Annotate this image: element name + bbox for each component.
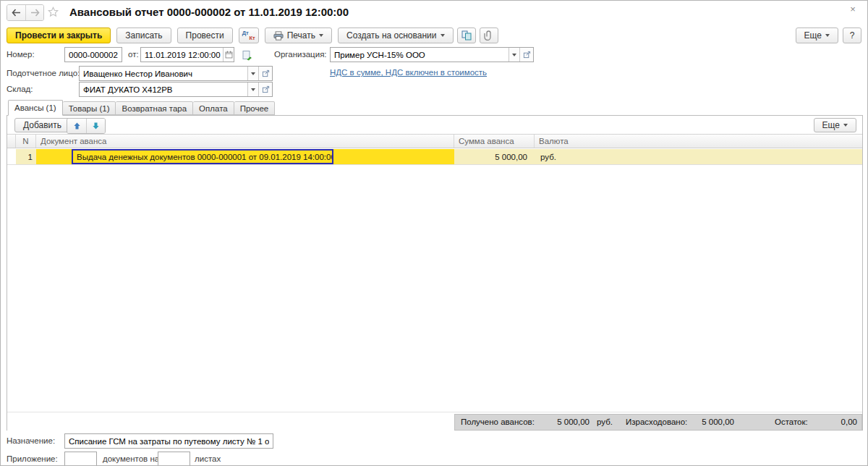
chevron-down-icon [512,54,516,56]
organization-input[interactable]: Пример УСН-15% ООО [330,47,534,62]
chevron-down-icon [843,124,848,127]
dt-kt-postings-button[interactable]: Дт Кт [239,27,259,43]
cell-advance-amount[interactable]: 5 000,00 [454,149,535,164]
close-icon[interactable]: × [847,4,859,14]
advance-report-window: Авансовый отчет 0000-000002 от 11.01.201… [0,0,868,466]
totals-strip: Получено авансов: 5 000,00 руб. Израсход… [7,412,862,431]
tab-goods[interactable]: Товары (1) [63,101,116,115]
save-button[interactable]: Записать [116,27,171,43]
open-link-icon [262,85,270,93]
person-open-button[interactable] [258,67,272,80]
document-green-arrow-icon [242,50,252,61]
table-row[interactable]: 1 Выдача денежных документов 0000-000001… [7,149,862,164]
move-row-down-button[interactable] [86,119,105,133]
column-header-amount[interactable]: Сумма аванса [454,135,535,148]
received-advances-label: Получено авансов: [461,418,535,426]
warehouse-label: Склад: [7,85,33,93]
column-header-document[interactable]: Документ аванса [36,135,454,148]
chevron-down-icon [251,72,255,75]
calendar-picker-button[interactable] [223,48,234,62]
back-button[interactable] [7,5,25,20]
dt-kt-icon: Дт Кт [242,30,255,41]
spent-value: 5 000,00 [676,418,734,426]
chevron-down-icon [825,34,830,37]
selected-cell-editor[interactable]: Выдача денежных документов 0000-000001 о… [72,149,333,164]
totals-bar: Получено авансов: 5 000,00 руб. Израсход… [454,414,862,431]
remainder-value: 0,00 [802,418,857,426]
sheets-label: листах [195,454,221,463]
date-input[interactable]: 11.01.2019 12:00:00 [140,47,234,62]
cell-currency[interactable]: руб. [535,149,862,164]
purpose-input[interactable] [64,433,273,449]
chevron-down-icon [251,88,255,91]
post-and-close-button[interactable]: Провести и закрыть [7,27,111,43]
warehouse-input[interactable]: ФИАТ ДУКАТО Х412РВ [79,82,273,97]
history-nav [7,4,44,21]
tab-other[interactable]: Прочее [234,101,276,115]
post-button[interactable]: Провести [177,27,233,43]
print-button[interactable]: Печать [265,27,332,43]
cell-row-number[interactable]: 1 [16,149,36,164]
grid-header: N Документ аванса Сумма аванса Валюта [7,134,862,148]
command-toolbar: Провести и закрыть Записать Провести Дт … [7,27,498,43]
organization-open-button[interactable] [519,48,533,62]
move-row-up-button[interactable] [67,119,86,133]
tab-returnable-packaging[interactable]: Возвратная тара [116,101,193,115]
accountable-person-label: Подотчетное лицо: [7,69,80,77]
favorite-star-icon[interactable] [47,6,59,18]
docs-on-label: документов на [103,454,159,463]
arrow-down-icon [92,122,100,130]
arrow-up-icon [73,122,81,130]
warehouse-dropdown-button[interactable] [247,82,258,96]
attachments-button[interactable] [480,27,498,43]
page-title: Авансовый отчет 0000-000002 от 11.01.201… [69,6,349,18]
attachment-label: Приложение: [7,454,58,463]
printer-icon [273,31,284,41]
row-indicator-header [7,135,16,148]
purpose-label: Назначение: [7,436,55,445]
chevron-down-icon [441,34,445,37]
cell-advance-document[interactable]: Выдача денежных документов 0000-000001 о… [36,149,454,164]
calendar-icon [225,51,233,59]
related-documents-icon [461,30,472,41]
tab-strip: Авансы (1) Товары (1) Возвратная тара Оп… [8,100,275,115]
column-header-currency[interactable]: Валюта [535,135,862,148]
organization-label: Организация: [274,50,327,59]
forward-arrow-icon [30,9,40,17]
date-from-label: от: [128,50,139,59]
warehouse-open-button[interactable] [258,82,272,96]
received-advances-currency: руб. [597,418,613,426]
vat-settings-link[interactable]: НДС в сумме, НДС включен в стоимость [330,68,487,77]
attachment-sheets-input[interactable] [158,452,190,466]
more-button[interactable]: Еще [796,27,838,43]
column-header-n[interactable]: N [16,135,36,148]
number-input[interactable] [64,47,122,62]
number-label: Номер: [7,50,35,59]
person-dropdown-button[interactable] [247,67,258,80]
add-row-button[interactable]: Добавить [14,118,70,132]
create-based-on-button[interactable]: Создать на основании [338,27,454,43]
tab-payment[interactable]: Оплата [193,101,234,115]
advances-tab-panel: Добавить Еще N Документ аванса Сумма ава… [7,115,863,431]
paperclip-icon [484,30,493,41]
accountable-person-input[interactable]: Иващенко Нестор Иванович [79,66,273,81]
received-advances-value: 5 000,00 [532,418,590,426]
open-link-icon [262,69,270,77]
back-arrow-icon [12,9,21,17]
row-separator [7,164,862,165]
row-indicator-cell [7,149,16,164]
toolbar-right: Еще ? [796,27,861,43]
help-button[interactable]: ? [843,27,861,43]
grid-command-bar: Добавить Еще [7,116,862,134]
forward-button[interactable] [25,5,43,20]
organization-dropdown-button[interactable] [509,48,519,62]
tab-advances[interactable]: Авансы (1) [8,100,63,116]
grid-more-button[interactable]: Еще [814,118,856,132]
attachment-docs-input[interactable] [64,452,97,466]
set-current-date-button[interactable] [240,48,253,62]
row-move-buttons [67,118,106,134]
titlebar: Авансовый отчет 0000-000002 от 11.01.201… [1,1,867,24]
related-documents-button[interactable] [457,27,476,43]
chevron-down-icon [319,34,323,37]
open-link-icon [523,51,531,59]
